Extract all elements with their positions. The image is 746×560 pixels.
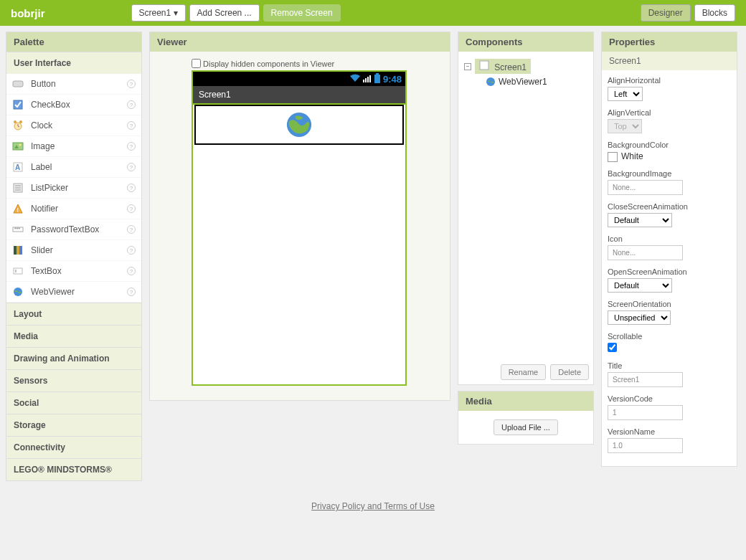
- palette-item-clock[interactable]: Clock ?: [6, 115, 141, 136]
- prop-orient-label: ScreenOrientation: [608, 300, 731, 308]
- category-media[interactable]: Media: [6, 325, 141, 347]
- textbox-icon: [12, 265, 24, 277]
- category-drawing[interactable]: Drawing and Animation: [6, 347, 141, 369]
- prop-orient-select[interactable]: Unspecified: [608, 310, 671, 325]
- prop-closeanim-label: CloseScreenAnimation: [608, 202, 731, 211]
- prop-scrollable-label: Scrollable: [608, 332, 731, 341]
- hidden-components-checkbox[interactable]: Display hidden components in Viewer: [192, 59, 443, 68]
- rename-button[interactable]: Rename: [501, 364, 547, 380]
- svg-point-7: [19, 144, 22, 146]
- tree-child-webviewer[interactable]: WebViewer1: [486, 75, 587, 88]
- prop-vcode-label: VersionCode: [608, 394, 731, 403]
- help-icon[interactable]: ?: [127, 80, 136, 88]
- help-icon[interactable]: ?: [127, 225, 136, 234]
- main-area: Palette User Interface Button ? CheckBox…: [0, 26, 746, 487]
- palette-item-checkbox[interactable]: CheckBox ?: [6, 95, 141, 115]
- help-icon[interactable]: ?: [127, 121, 136, 130]
- palette-item-button[interactable]: Button ?: [6, 74, 141, 95]
- add-screen-button[interactable]: Add Screen ...: [189, 4, 260, 22]
- palette-item-password[interactable]: *** PasswordTextBox ?: [6, 219, 141, 240]
- category-layout[interactable]: Layout: [6, 303, 141, 325]
- prop-scrollable-checkbox[interactable]: [608, 343, 617, 352]
- properties-subtitle: Screen1: [602, 52, 737, 70]
- help-icon[interactable]: ?: [127, 100, 136, 109]
- prop-openanim-label: OpenScreenAnimation: [608, 267, 731, 276]
- checkbox-icon: [12, 99, 24, 110]
- prop-closeanim-select[interactable]: Default: [608, 213, 672, 227]
- delete-button[interactable]: Delete: [550, 364, 589, 380]
- svg-rect-5: [13, 143, 23, 150]
- svg-rect-28: [376, 73, 379, 75]
- category-sensors[interactable]: Sensors: [6, 369, 141, 391]
- prop-bgcolor-value[interactable]: White: [608, 151, 731, 162]
- help-icon[interactable]: ?: [127, 288, 136, 296]
- top-bar: bobrjir Screen1 ▾ Add Screen ... Remove …: [0, 0, 746, 26]
- slider-icon: [12, 245, 24, 256]
- category-lego[interactable]: LEGO® MINDSTORMS®: [6, 458, 141, 480]
- phone-mock: 9:48 Screen1: [192, 70, 407, 386]
- svg-point-3: [14, 120, 16, 123]
- upload-file-button[interactable]: Upload File ...: [494, 419, 558, 435]
- palette-item-webviewer[interactable]: WebViewer ?: [6, 282, 141, 303]
- webviewer-component[interactable]: [194, 105, 404, 145]
- button-icon: [12, 78, 24, 90]
- help-icon[interactable]: ?: [127, 142, 136, 151]
- help-icon[interactable]: ?: [127, 267, 136, 275]
- category-user-interface[interactable]: User Interface: [6, 52, 141, 74]
- privacy-link[interactable]: Privacy Policy and Terms of Use: [311, 501, 435, 511]
- svg-rect-29: [374, 75, 380, 83]
- svg-point-4: [19, 120, 22, 123]
- prop-vcode-input[interactable]: [608, 405, 683, 420]
- components-panel: Components − Screen1 WebViewer1 Rename D…: [458, 32, 594, 385]
- svg-rect-18: [14, 246, 16, 255]
- phone-screen-title: Screen1: [193, 86, 405, 103]
- webviewer-icon: [12, 286, 24, 298]
- component-list: Button ? CheckBox ? Clock ? Image ? A La…: [6, 74, 141, 303]
- help-icon[interactable]: ?: [127, 163, 136, 171]
- svg-rect-31: [480, 61, 488, 70]
- palette-item-textbox[interactable]: TextBox ?: [6, 261, 141, 282]
- prop-title-input[interactable]: [608, 372, 683, 387]
- image-icon: [12, 141, 24, 152]
- palette-item-label[interactable]: A Label ?: [6, 157, 141, 178]
- palette-item-image[interactable]: Image ?: [6, 136, 141, 157]
- prop-openanim-select[interactable]: Default: [608, 278, 672, 293]
- help-icon[interactable]: ?: [127, 204, 136, 213]
- category-connectivity[interactable]: Connectivity: [6, 436, 141, 458]
- palette-item-listpicker[interactable]: ListPicker ?: [6, 178, 141, 199]
- prop-icon-label: Icon: [608, 234, 731, 243]
- screen-dropdown[interactable]: Screen1 ▾: [131, 4, 186, 22]
- phone-screen[interactable]: [193, 105, 405, 384]
- prop-vname-input[interactable]: [608, 438, 683, 453]
- properties-title: Properties: [602, 32, 737, 52]
- prop-alignv-select: Top: [608, 119, 642, 133]
- battery-icon: [374, 73, 380, 85]
- palette-item-notifier[interactable]: ! Notifier ?: [6, 199, 141, 219]
- viewer-title: Viewer: [150, 32, 450, 52]
- remove-screen-button: Remove Screen: [263, 4, 341, 22]
- category-storage[interactable]: Storage: [6, 414, 141, 436]
- help-icon[interactable]: ?: [127, 246, 136, 255]
- blocks-button[interactable]: Blocks: [694, 4, 735, 22]
- prop-alignv-label: AlignVertical: [608, 108, 731, 117]
- viewer-panel: Viewer Display hidden components in View…: [149, 32, 450, 401]
- tree-root[interactable]: − Screen1: [464, 57, 587, 75]
- prop-alignh-select[interactable]: Left: [608, 87, 643, 101]
- prop-bgimage-input[interactable]: [608, 180, 683, 195]
- category-social[interactable]: Social: [6, 391, 141, 414]
- palette-item-slider[interactable]: Slider ?: [6, 240, 141, 261]
- hidden-checkbox-input[interactable]: [192, 59, 201, 68]
- svg-text:***: ***: [14, 227, 20, 232]
- listpicker-icon: [12, 182, 24, 194]
- webviewer-tree-icon: [486, 77, 496, 87]
- svg-rect-0: [13, 81, 23, 87]
- designer-button[interactable]: Designer: [641, 4, 691, 22]
- component-tree: − Screen1 WebViewer1: [458, 52, 593, 360]
- help-icon[interactable]: ?: [127, 184, 136, 192]
- label-icon: A: [12, 161, 24, 173]
- svg-rect-20: [19, 246, 22, 255]
- collapse-icon[interactable]: −: [464, 63, 471, 70]
- svg-rect-21: [14, 268, 22, 274]
- prop-icon-input[interactable]: [608, 245, 683, 260]
- footer: Privacy Policy and Terms of Use: [0, 487, 746, 518]
